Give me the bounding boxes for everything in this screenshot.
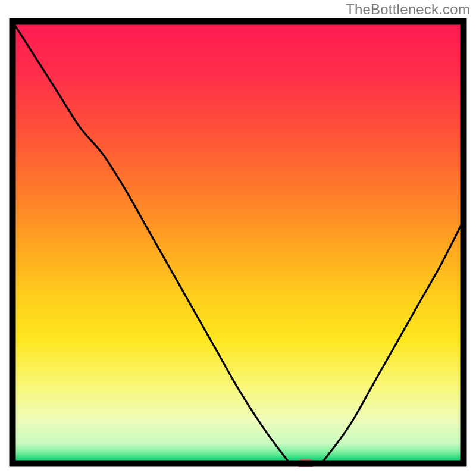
- chart-container: TheBottleneck.com: [0, 0, 476, 476]
- chart-plot-area: [9, 18, 467, 467]
- gradient-background: [12, 21, 464, 464]
- watermark-text: TheBottleneck.com: [346, 1, 470, 18]
- bottleneck-chart: [9, 18, 467, 467]
